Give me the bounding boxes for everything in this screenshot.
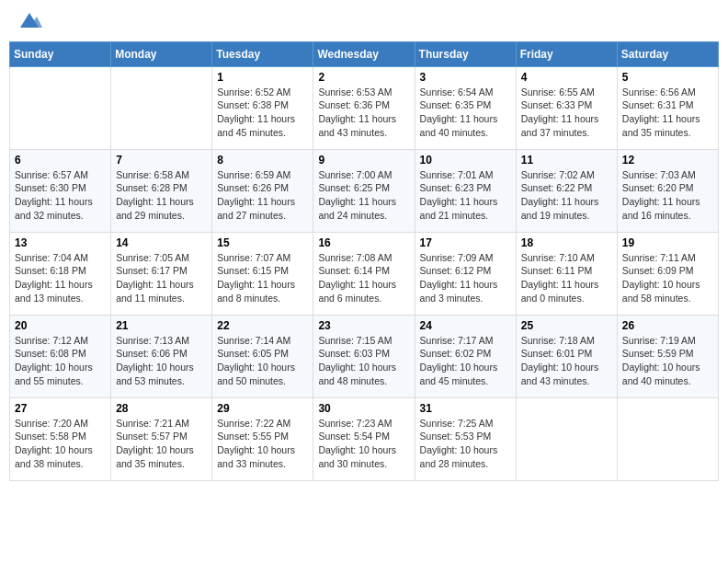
day-detail: Sunrise: 7:14 AM Sunset: 6:05 PM Dayligh…	[217, 334, 308, 388]
calendar-week-2: 6Sunrise: 6:57 AM Sunset: 6:30 PM Daylig…	[10, 149, 719, 232]
calendar-cell: 21Sunrise: 7:13 AM Sunset: 6:06 PM Dayli…	[111, 315, 212, 397]
day-number: 30	[318, 402, 409, 415]
day-number: 28	[116, 402, 207, 415]
day-detail: Sunrise: 7:04 AM Sunset: 6:18 PM Dayligh…	[15, 251, 106, 305]
day-detail: Sunrise: 7:10 AM Sunset: 6:11 PM Dayligh…	[521, 251, 612, 305]
day-detail: Sunrise: 7:09 AM Sunset: 6:12 PM Dayligh…	[420, 251, 511, 305]
calendar-week-3: 13Sunrise: 7:04 AM Sunset: 6:18 PM Dayli…	[10, 232, 719, 315]
day-detail: Sunrise: 6:59 AM Sunset: 6:26 PM Dayligh…	[217, 168, 308, 223]
calendar-week-5: 27Sunrise: 7:20 AM Sunset: 5:58 PM Dayli…	[10, 397, 719, 480]
calendar-cell	[10, 66, 111, 149]
calendar-cell: 4Sunrise: 6:55 AM Sunset: 6:33 PM Daylig…	[516, 66, 617, 149]
day-detail: Sunrise: 7:03 AM Sunset: 6:20 PM Dayligh…	[622, 168, 713, 223]
calendar-cell: 16Sunrise: 7:08 AM Sunset: 6:14 PM Dayli…	[313, 232, 415, 315]
day-number: 20	[15, 319, 106, 332]
calendar-cell: 25Sunrise: 7:18 AM Sunset: 6:01 PM Dayli…	[516, 315, 617, 397]
day-detail: Sunrise: 7:01 AM Sunset: 6:23 PM Dayligh…	[420, 168, 511, 223]
day-number: 8	[217, 154, 308, 167]
day-number: 9	[318, 154, 409, 167]
calendar-cell: 9Sunrise: 7:00 AM Sunset: 6:25 PM Daylig…	[313, 149, 415, 232]
calendar-cell: 10Sunrise: 7:01 AM Sunset: 6:23 PM Dayli…	[415, 149, 516, 232]
calendar-cell: 27Sunrise: 7:20 AM Sunset: 5:58 PM Dayli…	[10, 397, 111, 480]
calendar-cell: 28Sunrise: 7:21 AM Sunset: 5:57 PM Dayli…	[111, 397, 212, 480]
day-number: 16	[318, 236, 409, 249]
calendar-cell: 12Sunrise: 7:03 AM Sunset: 6:20 PM Dayli…	[617, 149, 718, 232]
day-number: 23	[318, 319, 409, 332]
page-header	[9, 9, 719, 34]
day-number: 1	[217, 71, 308, 84]
calendar-cell: 1Sunrise: 6:52 AM Sunset: 6:38 PM Daylig…	[212, 66, 313, 149]
day-detail: Sunrise: 7:20 AM Sunset: 5:58 PM Dayligh…	[15, 417, 106, 471]
day-number: 26	[622, 319, 713, 332]
day-detail: Sunrise: 6:52 AM Sunset: 6:38 PM Dayligh…	[217, 86, 308, 140]
weekday-header-sunday: Sunday	[10, 41, 111, 66]
day-number: 17	[420, 236, 511, 249]
day-number: 3	[420, 71, 511, 84]
day-detail: Sunrise: 7:22 AM Sunset: 5:55 PM Dayligh…	[217, 417, 308, 471]
calendar-cell: 31Sunrise: 7:25 AM Sunset: 5:53 PM Dayli…	[415, 397, 516, 480]
calendar-cell	[617, 397, 718, 480]
calendar-cell: 6Sunrise: 6:57 AM Sunset: 6:30 PM Daylig…	[10, 149, 111, 232]
day-number: 31	[420, 402, 511, 415]
day-detail: Sunrise: 6:56 AM Sunset: 6:31 PM Dayligh…	[622, 86, 713, 140]
calendar-cell: 15Sunrise: 7:07 AM Sunset: 6:15 PM Dayli…	[212, 232, 313, 315]
calendar-cell: 8Sunrise: 6:59 AM Sunset: 6:26 PM Daylig…	[212, 149, 313, 232]
weekday-header-tuesday: Tuesday	[212, 41, 313, 66]
day-number: 12	[622, 154, 713, 167]
day-detail: Sunrise: 6:53 AM Sunset: 6:36 PM Dayligh…	[318, 86, 409, 140]
calendar-cell: 22Sunrise: 7:14 AM Sunset: 6:05 PM Dayli…	[212, 315, 313, 397]
calendar-cell	[111, 66, 212, 149]
day-number: 15	[217, 236, 308, 249]
day-detail: Sunrise: 7:12 AM Sunset: 6:08 PM Dayligh…	[15, 334, 106, 388]
calendar-cell: 11Sunrise: 7:02 AM Sunset: 6:22 PM Dayli…	[516, 149, 617, 232]
day-number: 24	[420, 319, 511, 332]
day-detail: Sunrise: 7:02 AM Sunset: 6:22 PM Dayligh…	[521, 168, 612, 223]
calendar-cell: 29Sunrise: 7:22 AM Sunset: 5:55 PM Dayli…	[212, 397, 313, 480]
weekday-header-thursday: Thursday	[415, 41, 516, 66]
day-detail: Sunrise: 7:05 AM Sunset: 6:17 PM Dayligh…	[116, 251, 207, 305]
calendar-cell: 24Sunrise: 7:17 AM Sunset: 6:02 PM Dayli…	[415, 315, 516, 397]
day-number: 6	[15, 154, 106, 167]
day-detail: Sunrise: 6:55 AM Sunset: 6:33 PM Dayligh…	[521, 86, 612, 140]
calendar-cell: 5Sunrise: 6:56 AM Sunset: 6:31 PM Daylig…	[617, 66, 718, 149]
day-number: 19	[622, 236, 713, 249]
calendar-cell: 2Sunrise: 6:53 AM Sunset: 6:36 PM Daylig…	[313, 66, 415, 149]
logo-icon	[17, 9, 42, 29]
calendar-cell: 3Sunrise: 6:54 AM Sunset: 6:35 PM Daylig…	[415, 66, 516, 149]
day-number: 13	[15, 236, 106, 249]
day-number: 2	[318, 71, 409, 84]
day-detail: Sunrise: 7:25 AM Sunset: 5:53 PM Dayligh…	[420, 417, 511, 471]
day-detail: Sunrise: 7:00 AM Sunset: 6:25 PM Dayligh…	[318, 168, 409, 223]
day-detail: Sunrise: 7:07 AM Sunset: 6:15 PM Dayligh…	[217, 251, 308, 305]
day-detail: Sunrise: 7:19 AM Sunset: 5:59 PM Dayligh…	[622, 334, 713, 388]
day-number: 21	[116, 319, 207, 332]
day-number: 18	[521, 236, 612, 249]
day-detail: Sunrise: 7:11 AM Sunset: 6:09 PM Dayligh…	[622, 251, 713, 305]
day-detail: Sunrise: 7:15 AM Sunset: 6:03 PM Dayligh…	[318, 334, 409, 388]
calendar-cell	[516, 397, 617, 480]
day-number: 29	[217, 402, 308, 415]
weekday-header-friday: Friday	[516, 41, 617, 66]
day-number: 10	[420, 154, 511, 167]
calendar-table: SundayMondayTuesdayWednesdayThursdayFrid…	[9, 41, 719, 481]
weekday-header-row: SundayMondayTuesdayWednesdayThursdayFrid…	[10, 41, 719, 66]
logo	[13, 9, 42, 34]
day-number: 22	[217, 319, 308, 332]
calendar-cell: 14Sunrise: 7:05 AM Sunset: 6:17 PM Dayli…	[111, 232, 212, 315]
day-number: 11	[521, 154, 612, 167]
weekday-header-wednesday: Wednesday	[313, 41, 415, 66]
weekday-header-saturday: Saturday	[617, 41, 718, 66]
day-number: 4	[521, 71, 612, 84]
day-detail: Sunrise: 7:17 AM Sunset: 6:02 PM Dayligh…	[420, 334, 511, 388]
day-detail: Sunrise: 7:21 AM Sunset: 5:57 PM Dayligh…	[116, 417, 207, 471]
calendar-cell: 20Sunrise: 7:12 AM Sunset: 6:08 PM Dayli…	[10, 315, 111, 397]
day-detail: Sunrise: 7:08 AM Sunset: 6:14 PM Dayligh…	[318, 251, 409, 305]
day-number: 25	[521, 319, 612, 332]
day-detail: Sunrise: 6:58 AM Sunset: 6:28 PM Dayligh…	[116, 168, 207, 223]
calendar-cell: 7Sunrise: 6:58 AM Sunset: 6:28 PM Daylig…	[111, 149, 212, 232]
day-number: 5	[622, 71, 713, 84]
calendar-week-4: 20Sunrise: 7:12 AM Sunset: 6:08 PM Dayli…	[10, 315, 719, 397]
day-detail: Sunrise: 6:57 AM Sunset: 6:30 PM Dayligh…	[15, 168, 106, 223]
day-detail: Sunrise: 7:23 AM Sunset: 5:54 PM Dayligh…	[318, 417, 409, 471]
day-detail: Sunrise: 7:18 AM Sunset: 6:01 PM Dayligh…	[521, 334, 612, 388]
